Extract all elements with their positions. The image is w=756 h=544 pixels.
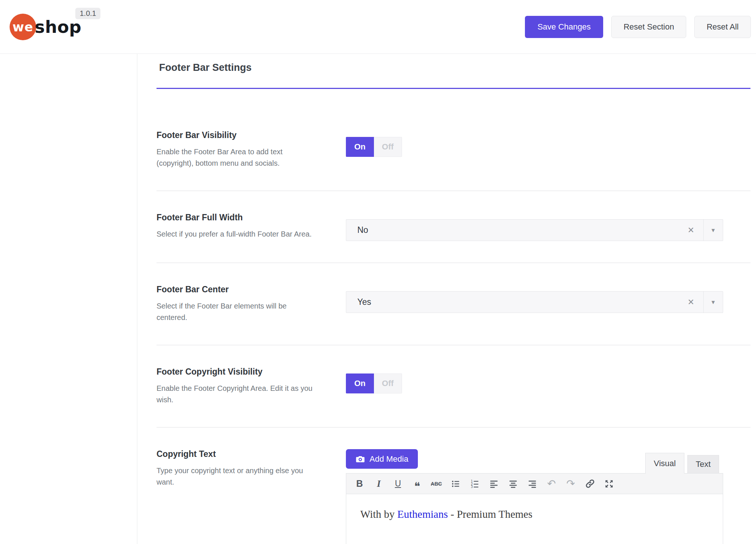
bold-icon: B xyxy=(356,478,363,489)
save-changes-button[interactable]: Save Changes xyxy=(525,16,603,38)
italic-icon: I xyxy=(377,478,381,489)
setting-label: Footer Bar Visibility xyxy=(157,130,346,140)
setting-row-footer-bar-full-width: Footer Bar Full Width Select if you pref… xyxy=(157,191,750,263)
clear-icon[interactable]: ✕ xyxy=(679,225,703,235)
settings-panel: Footer Bar Settings Footer Bar Visibilit… xyxy=(137,54,756,544)
fullscreen-button[interactable] xyxy=(599,474,619,494)
add-media-label: Add Media xyxy=(370,454,408,464)
chevron-down-icon[interactable]: ▼ xyxy=(704,227,723,233)
reset-section-button[interactable]: Reset Section xyxy=(611,16,686,38)
logo-we-text: we xyxy=(13,20,33,34)
setting-row-footer-bar-visibility: Footer Bar Visibility Enable the Footer … xyxy=(157,89,750,191)
top-bar: we shop 1.0.1 Save Changes Reset Section… xyxy=(0,0,756,54)
setting-row-footer-copyright-visibility: Footer Copyright Visibility Enable the F… xyxy=(157,345,750,428)
align-center-button[interactable] xyxy=(504,474,523,494)
setting-row-copyright-text: Copyright Text Type your copyright text … xyxy=(157,428,750,544)
setting-description: Select if the Footer Bar elements will b… xyxy=(157,300,317,323)
fullscreen-icon xyxy=(604,479,614,489)
redo-button[interactable]: ↷ xyxy=(561,474,580,494)
setting-label: Footer Copyright Visibility xyxy=(157,367,346,377)
undo-icon: ↶ xyxy=(547,478,556,490)
app-logo: we shop 1.0.1 xyxy=(10,0,128,54)
select-value: Yes xyxy=(346,297,679,307)
numbered-list-icon: 123 xyxy=(470,479,480,489)
redo-icon: ↷ xyxy=(566,478,575,490)
editor-content-area[interactable]: With by Euthemians - Premium Themes xyxy=(346,494,723,544)
toggle-on-option[interactable]: On xyxy=(346,137,374,157)
link-icon xyxy=(585,479,595,489)
toggle-off-option[interactable]: Off xyxy=(374,373,402,393)
bullet-list-button[interactable] xyxy=(446,474,465,494)
setting-row-footer-bar-center: Footer Bar Center Select if the Footer B… xyxy=(157,263,750,345)
align-left-button[interactable] xyxy=(484,474,504,494)
italic-button[interactable]: I xyxy=(369,474,388,494)
setting-description: Select if you prefer a full-width Footer… xyxy=(157,228,317,240)
select-value: No xyxy=(346,225,679,235)
numbered-list-button[interactable]: 123 xyxy=(465,474,484,494)
blockquote-icon: ❝ xyxy=(414,485,420,488)
bullet-list-icon xyxy=(451,479,460,489)
footer-copyright-visibility-toggle: On Off xyxy=(346,373,402,393)
footer-bar-center-select[interactable]: Yes ✕ ▼ xyxy=(346,291,723,313)
setting-description: Type your copyright text or anything els… xyxy=(157,465,317,488)
toggle-off-option[interactable]: Off xyxy=(374,137,402,157)
setting-label: Copyright Text xyxy=(157,449,346,459)
version-badge: 1.0.1 xyxy=(75,8,100,19)
svg-text:3: 3 xyxy=(471,485,472,489)
bold-button[interactable]: B xyxy=(350,474,369,494)
link-button[interactable] xyxy=(580,474,599,494)
footer-bar-full-width-select[interactable]: No ✕ ▼ xyxy=(346,219,723,241)
editor-toolbar: B I U ❝ ABC 123 xyxy=(346,473,723,494)
settings-sidebar xyxy=(0,54,137,544)
strikethrough-button[interactable]: ABC xyxy=(427,474,446,494)
copyright-text-editor: Add Media Visual Text B I U ❝ ABC xyxy=(346,449,723,544)
align-center-icon xyxy=(508,479,518,489)
underline-button[interactable]: U xyxy=(388,474,408,494)
blockquote-button[interactable]: ❝ xyxy=(408,474,427,494)
chevron-down-icon[interactable]: ▼ xyxy=(704,299,723,305)
add-media-button[interactable]: Add Media xyxy=(346,449,418,469)
editor-mode-tabs: Visual Text xyxy=(645,453,719,474)
strikethrough-icon: ABC xyxy=(431,481,442,487)
euthemians-link[interactable]: Euthemians xyxy=(397,508,448,520)
setting-description: Enable the Footer Copyright Area. Edit i… xyxy=(157,383,317,406)
reset-all-button[interactable]: Reset All xyxy=(694,16,751,38)
tab-text[interactable]: Text xyxy=(687,455,719,474)
footer-bar-visibility-toggle: On Off xyxy=(346,137,402,157)
underline-icon: U xyxy=(395,479,401,489)
copyright-text-content: With by Euthemians - Premium Themes xyxy=(360,508,709,520)
toggle-on-option[interactable]: On xyxy=(346,373,374,393)
align-right-button[interactable] xyxy=(523,474,542,494)
logo-circle: we xyxy=(10,14,36,40)
setting-label: Footer Bar Full Width xyxy=(157,213,346,223)
clear-icon[interactable]: ✕ xyxy=(679,297,703,307)
setting-description: Enable the Footer Bar Area to add text (… xyxy=(157,146,317,169)
header-actions: Save Changes Reset Section Reset All xyxy=(525,16,751,38)
align-right-icon xyxy=(528,479,537,489)
align-left-icon xyxy=(489,479,499,489)
tab-visual[interactable]: Visual xyxy=(645,453,684,474)
camera-icon xyxy=(355,454,365,464)
undo-button[interactable]: ↶ xyxy=(542,474,561,494)
logo-shop-text: shop xyxy=(35,17,82,37)
setting-label: Footer Bar Center xyxy=(157,285,346,295)
page-title: Footer Bar Settings xyxy=(159,62,750,73)
